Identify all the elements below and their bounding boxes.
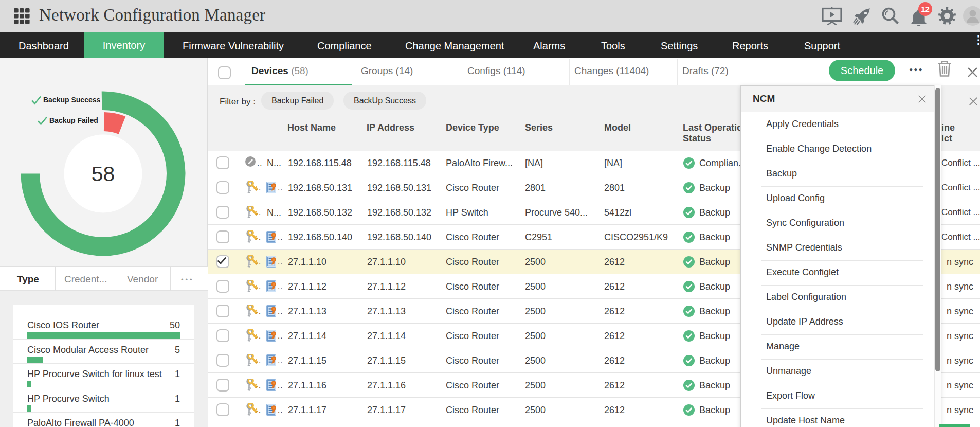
svg-text:58: 58 — [92, 162, 115, 186]
